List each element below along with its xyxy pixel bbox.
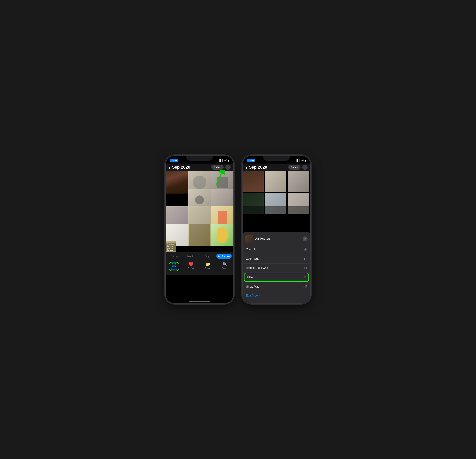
signal-icon-left: ▌▌▌	[219, 159, 223, 162]
menu-edit-actions[interactable]: Edit Actions...	[243, 291, 310, 298]
show-map-icon: 🗺	[303, 285, 307, 289]
context-menu: All Photos ✕ Zoom In ⊕ Zoom Out ⊖	[243, 232, 310, 303]
status-time-right: 13:03	[247, 159, 255, 162]
tab-years[interactable]: Years	[167, 254, 183, 259]
albums-label: Albums	[205, 267, 211, 269]
more-button-left[interactable]: ···	[225, 164, 231, 170]
status-icons-left: ▌▌▌ 4G ▮	[219, 159, 229, 162]
photo-grid-left: 0:10	[166, 171, 233, 252]
battery-icon-right: ▮	[305, 159, 306, 162]
header-actions-right: Select ···	[288, 164, 307, 170]
home-indicator-left	[189, 301, 210, 302]
photo-caption: Enjoying the play area on the farm	[166, 243, 176, 251]
app-header-left: 7 Sep 2020 Select ···	[166, 164, 233, 171]
tab-days[interactable]: Days	[200, 254, 215, 259]
nav-tab-albums[interactable]: 📁 Albums	[200, 261, 217, 272]
notch-right	[263, 156, 290, 161]
zoom-in-label: Zoom In	[246, 248, 256, 251]
network-right: 4G	[301, 159, 304, 162]
search-label: Search	[222, 267, 228, 269]
status-time-left: 13:03	[170, 159, 178, 162]
menu-item-zoom-out[interactable]: Zoom Out ⊖	[243, 254, 310, 263]
filter-label: Filter	[247, 276, 253, 279]
header-date-left: 7 Sep 2020	[169, 165, 190, 170]
library-label: Library	[171, 268, 177, 270]
search-icon: 🔍	[222, 262, 227, 267]
menu-item-filter[interactable]: Filter ≡	[244, 273, 309, 282]
pgc-2	[265, 171, 286, 192]
zoom-out-label: Zoom Out	[246, 257, 259, 260]
time-tabs: Years Months Days All Photos	[166, 253, 233, 260]
show-map-label: Show Map	[246, 285, 259, 288]
library-icon: 🖼	[172, 263, 176, 268]
aspect-ratio-icon: ⊟	[304, 266, 307, 270]
nav-tab-foryou[interactable]: ❤️ For You	[183, 261, 200, 272]
tab-all-photos[interactable]: All Photos	[216, 254, 232, 259]
network-left: 4G	[224, 159, 227, 162]
nav-tab-search[interactable]: 🔍 Search	[217, 261, 234, 272]
context-menu-thumb	[245, 235, 253, 243]
header-date-right: 7 Sep 2020	[245, 165, 267, 170]
context-menu-title: All Photos	[255, 237, 300, 241]
context-menu-header: All Photos ✕	[243, 232, 310, 245]
header-actions-left: Select ···	[211, 164, 231, 170]
aspect-ratio-label: Aspect Ratio Grid	[246, 266, 268, 270]
notch	[186, 156, 213, 161]
context-close-button[interactable]: ✕	[303, 236, 307, 241]
albums-icon: 📁	[206, 262, 210, 267]
right-phone: 13:03 ▌▌▌ 4G ▮ 7 Sep 2020 Select ···	[242, 156, 311, 303]
photo-cell-12[interactable]: Enjoying the play area on the farm	[166, 241, 176, 252]
more-button-right[interactable]: ···	[302, 164, 307, 170]
nav-tabs-left: 🖼 Library ❤️ For You 📁 Albums 🔍	[166, 260, 233, 275]
menu-item-zoom-in[interactable]: Zoom In ⊕	[243, 245, 310, 254]
edit-actions-label: Edit Actions...	[246, 294, 263, 297]
select-button-left[interactable]: Select	[211, 165, 224, 170]
battery-icon-left: ▮	[228, 159, 229, 162]
pgc-1	[243, 171, 264, 192]
left-phone: 13:03 ▌▌▌ 4G ▮ 7 Sep 2020 Select ···	[165, 156, 234, 303]
photo-cell-10[interactable]	[188, 224, 211, 246]
filter-icon: ≡	[304, 275, 306, 279]
app-header-right: 7 Sep 2020 Select ···	[243, 164, 310, 171]
select-button-right[interactable]: Select	[288, 165, 300, 170]
nav-tab-library[interactable]: 🖼 Library	[166, 261, 183, 272]
zoom-in-icon: ⊕	[304, 247, 307, 252]
pgc-3	[288, 171, 309, 192]
foryou-label: For You	[188, 267, 195, 269]
scene: 13:03 ▌▌▌ 4G ▮ 7 Sep 2020 Select ···	[158, 148, 318, 311]
signal-icon-right: ▌▌▌	[296, 159, 300, 162]
photo-cell-1[interactable]	[166, 171, 188, 194]
tab-months[interactable]: Months	[184, 254, 199, 259]
zoom-out-icon: ⊖	[304, 257, 307, 261]
foryou-icon: ❤️	[189, 262, 193, 267]
bottom-section-left: Years Months Days All Photos	[166, 252, 233, 275]
menu-item-aspect-ratio[interactable]: Aspect Ratio Grid ⊟	[243, 263, 310, 272]
menu-item-show-map[interactable]: Show Map 🗺	[243, 282, 310, 291]
photo-cell-11[interactable]	[211, 224, 233, 246]
status-icons-right: ▌▌▌ 4G ▮	[296, 159, 306, 162]
